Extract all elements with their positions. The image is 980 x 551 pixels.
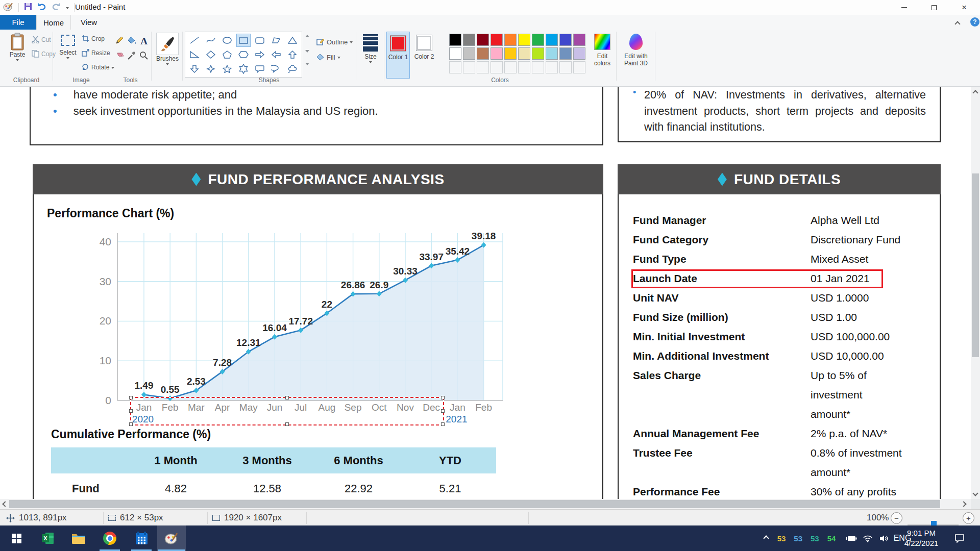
- wifi-indicator[interactable]: [860, 525, 876, 551]
- shape-oval-icon[interactable]: [220, 34, 234, 47]
- palette-swatch[interactable]: [546, 47, 558, 60]
- shape-rounded-callout-icon[interactable]: [253, 62, 267, 76]
- palette-swatch[interactable]: [559, 47, 572, 60]
- edit-colors-button[interactable]: Edit colors: [588, 34, 617, 67]
- tray-badge[interactable]: 53: [811, 534, 819, 543]
- palette-swatch[interactable]: [491, 34, 503, 46]
- palette-empty-cell[interactable]: [504, 61, 517, 73]
- horizontal-scrollbar[interactable]: [0, 499, 971, 509]
- selection-marquee[interactable]: [130, 397, 444, 425]
- crop-button[interactable]: Crop: [82, 35, 105, 42]
- shape-rectangle-icon[interactable]: [236, 34, 251, 47]
- horizontal-scroll-thumb[interactable]: [9, 500, 940, 508]
- quick-access-dropdown-icon[interactable]: [66, 7, 69, 9]
- battery-indicator[interactable]: [842, 525, 860, 551]
- shapes-scroll-down-icon[interactable]: [305, 50, 309, 53]
- shape-arrow-up-icon[interactable]: [285, 48, 300, 61]
- selection-handle[interactable]: [441, 409, 445, 413]
- shape-pentagon-icon[interactable]: [220, 48, 234, 61]
- palette-empty-cell[interactable]: [573, 61, 585, 73]
- zoom-in-button[interactable]: +: [963, 510, 974, 526]
- palette-swatch[interactable]: [463, 47, 475, 60]
- tab-view[interactable]: View: [71, 15, 107, 30]
- palette-swatch[interactable]: [518, 34, 530, 46]
- selection-handle[interactable]: [285, 422, 289, 426]
- scroll-up-icon[interactable]: [972, 90, 978, 95]
- tab-home[interactable]: Home: [36, 15, 71, 30]
- palette-empty-cell[interactable]: [559, 61, 572, 73]
- shape-four-point-star-icon[interactable]: [204, 62, 218, 76]
- palette-swatch[interactable]: [546, 34, 558, 46]
- paste-button[interactable]: Paste: [4, 33, 31, 61]
- palette-swatch[interactable]: [504, 47, 517, 60]
- selection-handle[interactable]: [129, 409, 133, 413]
- palette-empty-cell[interactable]: [518, 61, 530, 73]
- help-icon[interactable]: ?: [970, 17, 979, 27]
- color2-button[interactable]: Color 2: [412, 32, 436, 79]
- taskbar-paint-active[interactable]: [157, 525, 186, 551]
- selection-handle[interactable]: [285, 396, 289, 399]
- outline-button[interactable]: Outline: [316, 38, 353, 46]
- volume-indicator[interactable]: [876, 525, 892, 551]
- shapes-more-icon[interactable]: [305, 65, 309, 74]
- palette-swatch[interactable]: [573, 34, 585, 46]
- taskbar-excel[interactable]: X: [37, 525, 59, 551]
- shape-arrow-left-icon[interactable]: [269, 48, 283, 61]
- shapes-scroll-up-icon[interactable]: [305, 35, 309, 37]
- collapse-ribbon-icon[interactable]: [955, 19, 960, 28]
- paint-canvas[interactable]: • have moderate risk appetite; and • see…: [0, 87, 971, 499]
- palette-swatch[interactable]: [477, 34, 489, 46]
- palette-swatch[interactable]: [491, 47, 503, 60]
- vertical-scroll-thumb[interactable]: [972, 173, 979, 357]
- minimize-button[interactable]: [892, 0, 916, 15]
- scroll-down-icon[interactable]: [972, 490, 978, 496]
- shape-six-point-star-icon[interactable]: [236, 62, 251, 76]
- shape-curve-icon[interactable]: [204, 34, 218, 47]
- save-button[interactable]: [24, 3, 32, 13]
- copy-button[interactable]: Copy: [32, 50, 56, 58]
- palette-swatch[interactable]: [532, 47, 544, 60]
- selection-handle[interactable]: [129, 422, 133, 426]
- palette-swatch[interactable]: [504, 34, 517, 46]
- select-button[interactable]: Select: [55, 33, 81, 59]
- brushes-button[interactable]: Brushes: [154, 33, 181, 65]
- palette-empty-cell[interactable]: [532, 61, 544, 73]
- shape-oval-callout-icon[interactable]: [269, 62, 283, 76]
- taskbar-file-explorer[interactable]: [67, 525, 90, 551]
- text-tool[interactable]: A: [140, 36, 148, 47]
- shape-line-icon[interactable]: [187, 34, 202, 47]
- action-center-button[interactable]: [948, 525, 971, 551]
- close-button[interactable]: ×: [952, 0, 976, 15]
- fill-tool[interactable]: [127, 36, 136, 47]
- palette-swatch[interactable]: [573, 47, 585, 60]
- palette-swatch[interactable]: [518, 47, 530, 60]
- palette-empty-cell[interactable]: [449, 61, 461, 73]
- palette-swatch[interactable]: [532, 34, 544, 46]
- size-button[interactable]: Size: [358, 33, 383, 63]
- shape-five-point-star-icon[interactable]: [220, 62, 234, 76]
- selection-handle[interactable]: [441, 422, 445, 426]
- tray-badge[interactable]: 53: [777, 534, 786, 543]
- magnifier-tool[interactable]: [139, 51, 149, 62]
- palette-empty-cell[interactable]: [546, 61, 558, 73]
- redo-button[interactable]: [52, 3, 61, 13]
- shape-right-triangle-icon[interactable]: [187, 48, 202, 61]
- taskbar-clock[interactable]: 9:01 PM 4/22/2021: [901, 528, 942, 548]
- scroll-right-icon[interactable]: [961, 501, 966, 507]
- selection-handle[interactable]: [129, 396, 133, 399]
- shape-triangle-icon[interactable]: [285, 34, 300, 47]
- color1-button[interactable]: Color 1: [386, 32, 410, 79]
- tray-badge[interactable]: 54: [827, 534, 836, 543]
- palette-swatch[interactable]: [559, 34, 572, 46]
- zoom-out-button[interactable]: −: [891, 510, 902, 526]
- palette-swatch[interactable]: [477, 47, 489, 60]
- undo-button[interactable]: [37, 3, 46, 13]
- pencil-tool[interactable]: [115, 36, 124, 47]
- edit-with-paint3d-button[interactable]: Edit with Paint 3D: [620, 34, 652, 67]
- selection-handle[interactable]: [441, 396, 445, 399]
- eyedropper-tool[interactable]: [127, 51, 136, 62]
- start-button[interactable]: [5, 525, 28, 551]
- tray-expand-button[interactable]: [758, 525, 774, 551]
- palette-empty-cell[interactable]: [463, 61, 475, 73]
- palette-swatch[interactable]: [449, 34, 461, 46]
